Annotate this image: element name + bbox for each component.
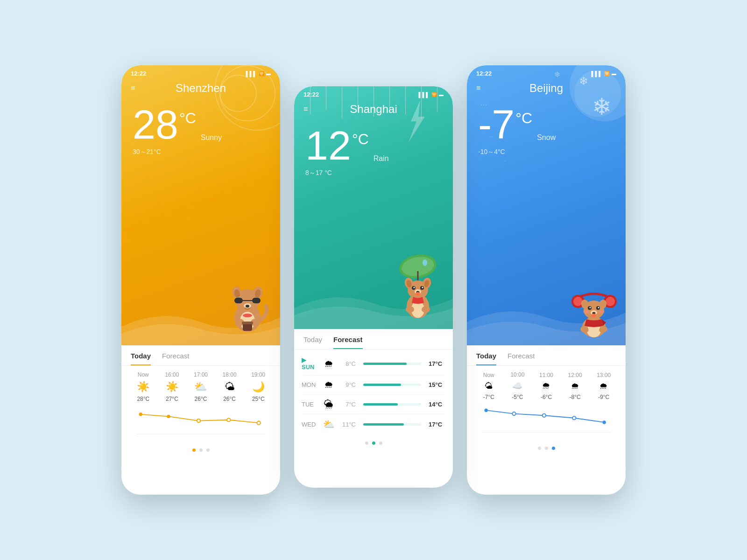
hourly-beijing: Now🌤-7°C 10:00☁️-5°C 11:00🌨-6°C 12:00🌧-8… bbox=[467, 366, 626, 442]
dots-beijing bbox=[467, 442, 626, 453]
svg-point-24 bbox=[423, 259, 427, 266]
svg-point-58 bbox=[592, 314, 596, 317]
dot-1-shenzhen bbox=[192, 448, 196, 452]
dot-3-shanghai bbox=[379, 441, 382, 445]
city-header-shanghai: ≡ Shanghai bbox=[294, 100, 453, 116]
svg-point-40 bbox=[422, 306, 430, 313]
hourly-shenzhen: Now☀️28°C 16:00☀️27°C 17:00⛅26°C 18:00🌤2… bbox=[121, 366, 280, 444]
phones-container: 12:22 ▌▌▌ 🛜 ▬ ≡ Shenzhen 28 °C Sunny bbox=[103, 47, 644, 513]
dots-shanghai bbox=[294, 437, 453, 448]
temp-range-shenzhen: 30～21°C bbox=[133, 148, 269, 156]
svg-point-52 bbox=[590, 307, 591, 308]
city-name-shenzhen: Shenzhen bbox=[176, 82, 226, 95]
mascot-beijing bbox=[570, 278, 619, 341]
svg-point-20 bbox=[227, 418, 230, 421]
mascot-shenzhen bbox=[224, 273, 271, 341]
svg-point-35 bbox=[422, 287, 423, 288]
weather-desc-shanghai: Rain bbox=[374, 155, 389, 162]
dot-1-beijing bbox=[538, 447, 541, 450]
dot-2-shanghai bbox=[372, 441, 375, 445]
bottom-panel-shenzhen: Today Forecast Now☀️28°C 16:00☀️27°C 17:… bbox=[121, 345, 280, 495]
city-name-shanghai: Shanghai bbox=[350, 103, 397, 116]
tab-today-shenzhen[interactable]: Today bbox=[131, 352, 151, 365]
svg-point-34 bbox=[414, 287, 415, 288]
bottom-panel-beijing: Today Forecast Now🌤-7°C 10:00☁️-5°C 11:0… bbox=[467, 345, 626, 495]
menu-icon-beijing[interactable]: ≡ bbox=[476, 84, 480, 92]
temp-unit-beijing: °C bbox=[515, 111, 532, 126]
menu-icon-shanghai[interactable]: ≡ bbox=[303, 105, 308, 113]
phone-shanghai: 12:22 ▌▌▌ 🛜 ▬ ≡ Shanghai 12 °C Rain bbox=[294, 86, 453, 488]
weather-desc-shenzhen: Sunny bbox=[201, 134, 222, 141]
svg-point-43 bbox=[573, 297, 583, 306]
forecast-row-mon: MON 🌧 9°C 15°C bbox=[302, 375, 445, 395]
svg-point-16 bbox=[243, 314, 252, 317]
chart-beijing bbox=[474, 403, 618, 436]
chart-shenzhen bbox=[129, 405, 273, 438]
menu-icon-shenzhen[interactable]: ≡ bbox=[131, 84, 135, 92]
svg-point-21 bbox=[257, 421, 261, 425]
snowflake-2: ❄ bbox=[592, 93, 612, 120]
svg-point-17 bbox=[139, 413, 142, 416]
city-name-beijing: Beijing bbox=[529, 82, 563, 95]
svg-point-11 bbox=[246, 305, 249, 308]
svg-point-54 bbox=[583, 310, 589, 314]
tab-today-beijing[interactable]: Today bbox=[476, 352, 496, 365]
svg-point-38 bbox=[416, 292, 420, 296]
time-shenzhen: 12:22 bbox=[131, 70, 146, 77]
svg-point-61 bbox=[485, 409, 488, 412]
snowflake-3: ❄ bbox=[554, 70, 560, 79]
temp-range-beijing: -10～4°C bbox=[478, 148, 614, 156]
time-beijing: 12:22 bbox=[476, 70, 492, 77]
tab-forecast-beijing[interactable]: Forecast bbox=[507, 352, 535, 365]
weather-desc-beijing: Snow bbox=[537, 134, 556, 141]
phone-shenzhen: 12:22 ▌▌▌ 🛜 ▬ ≡ Shenzhen 28 °C Sunny bbox=[121, 65, 280, 495]
tabs-beijing: Today Forecast bbox=[467, 345, 626, 366]
tab-today-shanghai[interactable]: Today bbox=[303, 336, 322, 349]
dot-3-shenzhen bbox=[206, 448, 210, 452]
tabs-shanghai: Today Forecast bbox=[294, 329, 453, 350]
tabs-shenzhen: Today Forecast bbox=[121, 345, 280, 366]
dots-shenzhen bbox=[121, 444, 280, 455]
svg-rect-15 bbox=[242, 322, 253, 324]
svg-point-55 bbox=[599, 310, 605, 314]
city-header-shenzhen: ≡ Shenzhen bbox=[121, 79, 280, 95]
svg-point-53 bbox=[598, 307, 599, 308]
svg-point-65 bbox=[603, 420, 606, 424]
tab-forecast-shanghai[interactable]: Forecast bbox=[333, 336, 363, 349]
mascot-shanghai bbox=[392, 252, 444, 324]
forecast-row-wed: WED ⛅ 11°C 17°C bbox=[302, 414, 445, 434]
dot-3-beijing bbox=[552, 447, 555, 450]
temp-value-shenzhen: 28 bbox=[133, 104, 178, 145]
city-header-beijing: ≡ Beijing bbox=[467, 79, 626, 95]
svg-point-19 bbox=[197, 419, 200, 422]
temp-range-shanghai: 8～17 °C bbox=[305, 169, 442, 177]
svg-rect-8 bbox=[252, 298, 261, 303]
forecast-row-sun: ▶ SUN 🌧 8°C 17°C bbox=[302, 352, 445, 375]
svg-point-39 bbox=[406, 306, 414, 313]
svg-point-64 bbox=[572, 416, 576, 420]
forecast-row-tue: TUE 🌦 7°C 14°C bbox=[302, 395, 445, 414]
phone-beijing: ❄ ❄ ❄ • • • • • • 12:22 ▌▌▌ 🛜 ▬ ≡ Beijin… bbox=[467, 65, 626, 495]
forecast-shanghai: ▶ SUN 🌧 8°C 17°C MON 🌧 9°C 15°C TUE bbox=[294, 350, 453, 437]
svg-rect-7 bbox=[234, 298, 243, 303]
dot-2-beijing bbox=[545, 447, 548, 450]
bottom-panel-shanghai: Today Forecast ▶ SUN 🌧 8°C 17°C MON 🌧 9°… bbox=[294, 329, 453, 488]
temp-value-beijing: -7 bbox=[478, 104, 514, 145]
svg-point-18 bbox=[167, 415, 170, 418]
svg-point-44 bbox=[606, 297, 615, 306]
svg-point-62 bbox=[512, 412, 515, 415]
tab-forecast-shenzhen[interactable]: Forecast bbox=[162, 352, 189, 365]
dot-2-shenzhen bbox=[199, 448, 203, 452]
temp-unit-shenzhen: °C bbox=[179, 111, 196, 126]
dot-1-shanghai bbox=[365, 441, 368, 445]
svg-point-63 bbox=[543, 414, 546, 417]
